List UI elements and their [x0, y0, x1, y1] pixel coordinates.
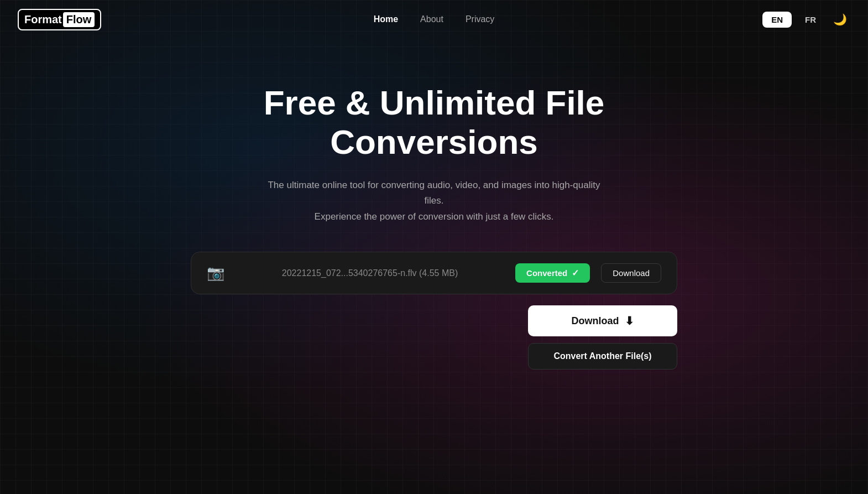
nav-link-home[interactable]: Home — [374, 14, 398, 24]
hero-title: Free & Unlimited File Conversions — [240, 83, 628, 162]
file-card: 📷 20221215_072...5340276765-n.flv (4.55 … — [191, 252, 677, 294]
checkmark-icon: ✓ — [572, 268, 579, 278]
converted-badge: Converted ✓ — [515, 263, 590, 283]
download-main-label: Download — [572, 315, 619, 327]
file-name-text: 20221215_072...5340276765-n.flv — [282, 268, 417, 278]
convert-another-button[interactable]: Convert Another File(s) — [528, 343, 677, 370]
actions-column: Download ⬇ Convert Another File(s) — [528, 305, 677, 370]
hero-section: Free & Unlimited File Conversions The ul… — [0, 39, 868, 370]
nav-links: Home About Privacy — [374, 14, 495, 24]
nav-item-home[interactable]: Home — [374, 14, 398, 24]
hero-subtitle: The ultimate online tool for converting … — [257, 178, 611, 226]
converted-label: Converted — [526, 268, 567, 278]
logo-flow-text: Flow — [63, 12, 95, 27]
nav-item-about[interactable]: About — [420, 14, 443, 24]
logo-format-text: Format — [24, 13, 62, 26]
file-type-icon: 📷 — [207, 264, 224, 282]
nav-right-controls: EN FR 🌙 — [762, 9, 850, 30]
lang-fr-button[interactable]: FR — [796, 12, 825, 28]
nav-link-about[interactable]: About — [420, 14, 443, 24]
actions-area: Download ⬇ Convert Another File(s) — [191, 305, 677, 370]
navbar: FormatFlow Home About Privacy EN FR 🌙 — [0, 0, 868, 39]
file-name-label: 20221215_072...5340276765-n.flv (4.55 MB… — [236, 268, 504, 278]
hero-subtitle-line2: Experience the power of conversion with … — [315, 211, 554, 222]
moon-icon: 🌙 — [833, 13, 847, 26]
hero-subtitle-line1: The ultimate online tool for converting … — [268, 180, 600, 206]
file-size-text: (4.55 MB) — [419, 268, 458, 278]
download-small-button[interactable]: Download — [601, 263, 661, 283]
nav-item-privacy[interactable]: Privacy — [466, 14, 494, 24]
nav-link-privacy[interactable]: Privacy — [466, 14, 494, 24]
logo[interactable]: FormatFlow — [18, 9, 101, 30]
lang-en-button[interactable]: EN — [762, 12, 792, 28]
dark-mode-toggle[interactable]: 🌙 — [829, 9, 850, 30]
download-main-button[interactable]: Download ⬇ — [528, 305, 677, 336]
download-arrow-icon: ⬇ — [625, 314, 634, 327]
